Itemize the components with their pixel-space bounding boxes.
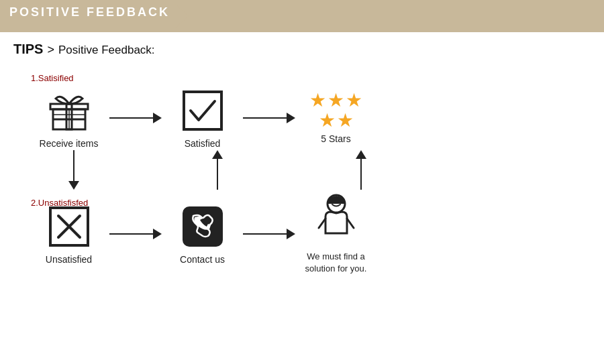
five-stars-step: ★ ★ ★ ★ ★ 5 Stars [301,91,371,144]
stars-icon: ★ ★ ★ ★ ★ [308,91,364,130]
solution-step: We must find a solution for you. [301,193,371,274]
receive-items-step: Receive items [34,86,104,149]
tips-text: Positive Feedback: [58,44,155,57]
satisfied-label-bottom: Satisfied [185,138,221,149]
arrow-down-receive [68,150,79,190]
satisfied-step: Satisfied [167,86,238,149]
five-stars-label: 5 Stars [321,133,350,144]
contact-us-step: Contact us [167,202,238,265]
satisfied-label: 1.Satisified [31,73,74,83]
gift-icon [45,86,93,135]
arrow-contact-to-solution [243,229,295,239]
unsatisfied-label: Unsatisfied [46,254,92,265]
arrow-up-contact-to-satisfied [212,150,223,190]
receive-items-label: Receive items [40,138,99,149]
arrow-receive-to-satisfied [109,113,162,123]
unsatisfied-step: Unsatisfied [34,202,104,265]
arrow-satisfied-to-stars [243,113,295,123]
solution-label: We must find a solution for you. [301,251,371,274]
header-title: POSITIVE FEEDBACK [9,4,170,28]
arrow-unsatisfied-to-contact [109,229,162,239]
person-icon [312,193,360,249]
tips-separator: > [47,43,54,57]
checkmark-icon [179,86,227,135]
phone-icon [179,202,227,251]
x-mark-icon [45,202,93,251]
unsatisfied-section-label: 2.Unsatisfisfed [31,198,88,208]
header-decoration [175,4,189,28]
tips-label: TIPS [13,42,43,57]
arrow-up-solution-to-stars [356,150,366,190]
contact-us-label: Contact us [180,254,225,265]
